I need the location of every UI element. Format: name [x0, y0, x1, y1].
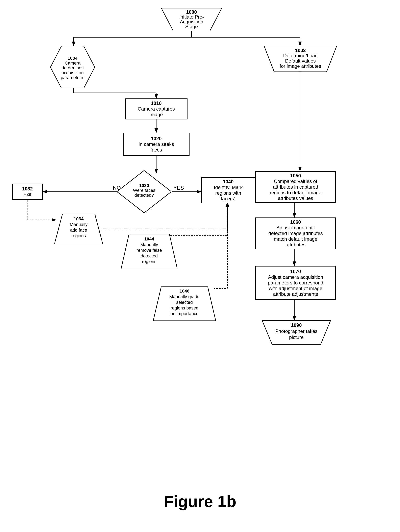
svg-text:detected: detected	[141, 253, 158, 259]
node-1040: 1040 Identify, Mark regions with face(s)	[201, 177, 255, 203]
svg-text:Stage: Stage	[185, 24, 198, 29]
svg-text:1034: 1034	[74, 216, 84, 221]
svg-text:Photographer takes: Photographer takes	[275, 329, 317, 334]
node-1090: 1090 Photographer takes picture	[262, 320, 331, 345]
svg-text:1090: 1090	[291, 322, 302, 328]
svg-text:Manually grade: Manually grade	[169, 294, 200, 299]
svg-text:add face: add face	[70, 228, 87, 233]
node-1050: 1050 Compared values of attributes in ca…	[255, 171, 336, 203]
svg-text:1046: 1046	[180, 289, 189, 294]
svg-text:detected?: detected?	[134, 193, 154, 198]
svg-text:1002: 1002	[295, 48, 306, 53]
node-1020: 1020 In camera seeks faces	[123, 133, 189, 156]
svg-text:Default values: Default values	[285, 58, 316, 63]
node-1070: 1070 Adjust camera acquisition parameter…	[255, 266, 336, 300]
svg-text:determines: determines	[62, 65, 84, 70]
figure-label: Figure 1b	[0, 484, 400, 523]
svg-text:Initiate Pre-: Initiate Pre-	[179, 14, 204, 19]
svg-text:regions: regions	[71, 233, 86, 238]
svg-text:1004: 1004	[68, 56, 78, 61]
svg-text:Were faces: Were faces	[133, 188, 156, 193]
svg-text:YES: YES	[173, 185, 184, 191]
svg-text:1044: 1044	[144, 236, 154, 241]
node-1030: 1030 Were faces detected?	[117, 171, 171, 213]
svg-text:Acquisition: Acquisition	[180, 19, 203, 24]
node-1044: 1044 Manually remove false detected regi…	[121, 234, 177, 269]
svg-text:paramete rs: paramete rs	[61, 75, 84, 80]
svg-text:1030: 1030	[139, 183, 149, 188]
svg-text:acquisiti on: acquisiti on	[62, 70, 84, 75]
svg-text:remove false: remove false	[137, 248, 162, 253]
node-1004: 1004 Camera determines acquisiti on para…	[50, 46, 95, 88]
node-1000: 1000 Initiate Pre- Acquisition Stage	[161, 8, 222, 31]
svg-text:1000: 1000	[186, 9, 197, 15]
svg-text:on importance: on importance	[170, 311, 198, 316]
node-1034: 1034 Manually add face regions	[54, 214, 103, 244]
svg-text:regions based: regions based	[171, 305, 198, 310]
node-1002: 1002 Determine/Load Default values for i…	[264, 46, 337, 72]
node-1032: 1032 Exit	[12, 184, 43, 200]
svg-text:Camera: Camera	[65, 61, 81, 66]
svg-text:Manually: Manually	[140, 242, 158, 247]
svg-text:selected: selected	[176, 300, 193, 305]
svg-text:Determine/Load: Determine/Load	[283, 53, 318, 58]
flowchart-diagram: NO YES 1000	[0, 0, 400, 484]
svg-text:picture: picture	[289, 335, 304, 340]
node-1060: 1060 Adjust image until detected image a…	[255, 217, 336, 249]
node-1046: 1046 Manually grade selected regions bas…	[153, 286, 216, 321]
node-1010: 1010 Camera captures image	[125, 98, 188, 120]
svg-text:regions: regions	[142, 259, 156, 264]
svg-text:Manually: Manually	[70, 222, 88, 227]
svg-text:for image attributes: for image attributes	[280, 63, 321, 69]
